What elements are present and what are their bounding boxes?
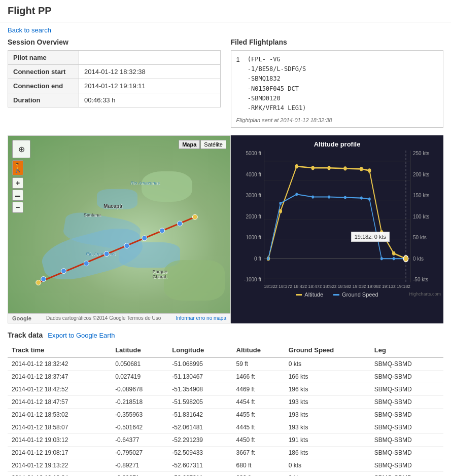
map-report-error[interactable]: Informar erro no mapa [176,315,227,321]
col-longitude: Longitude [168,343,232,357]
back-to-search-link[interactable]: Back to search [8,26,51,34]
cell-lon: -52.607311 [168,459,232,472]
y-label-neg50kts: -50 kts [413,277,428,282]
legend-speed-label: Ground Speed [342,291,378,298]
cell-lon: -52.061481 [168,421,232,434]
filed-flightplans: Filed Flightplans 1 (FPL- -VG -1/BE58/L-… [231,38,444,128]
map-zoom-mid-button[interactable]: ▬ [12,190,23,201]
map-footer: Google Dados cartográficos ©2014 Google … [8,313,230,323]
y-label-3000: 3000 ft [246,193,261,198]
chart-area: 5000 ft 4000 ft 3000 ft 2000 ft 1000 ft … [236,151,438,282]
map-zoom-in-button[interactable]: + [12,177,23,189]
cell-lon: -51.831642 [168,409,232,421]
map-nav-button[interactable]: ⊕ [12,140,30,158]
svg-point-24 [360,167,363,171]
map-street-view-button[interactable]: 🚶 [12,160,23,175]
flightplan-box: 1 (FPL- -VG -1/BE58/L-SDFG/S -SBMQ1832 -… [231,50,444,128]
y-label-100kts: 100 kts [413,214,429,219]
map-type-mapa[interactable]: Mapa [179,140,200,149]
flightplan-line: -N0150F045 DCT [248,84,306,94]
flightplan-sent-text: Flightplan sent at 2014-01-12 18:32:38 [236,117,438,123]
map-background: Macapá Santana Rio Amazonas Rio Amazonas… [8,136,230,313]
cell-speed: 193 kts [285,396,370,409]
cell-leg: SBMQ-SBMD [370,396,443,409]
chart-legend: Altitude Ground Speed [236,289,438,300]
cell-alt: 1466 ft [232,371,285,383]
table-row: 2014-01-12 19:08:17 -0.795027 -52.509433… [8,447,443,459]
chart-tooltip: 19:18z: 0 kts [351,232,390,242]
track-section: Track data Export to Google Earth Track … [8,331,443,476]
cell-lat: -0.64377 [111,434,168,447]
track-table: Track time Latitude Longitude Altitude G… [8,343,443,476]
table-row: Pilot name [8,51,221,65]
connection-end-value: 2014-01-12 19:19:11 [79,79,221,93]
svg-point-1 [192,214,197,219]
cell-time: 2014-01-12 18:42:52 [8,383,111,396]
flightplan-row: 1 (FPL- -VG -1/BE58/L-SDFG/S -SBMQ1832 -… [236,55,438,113]
cell-leg: SBMQ-SBMD [370,434,443,447]
export-to-google-earth-link[interactable]: Export to Google Earth [48,332,115,339]
svg-point-27 [392,251,395,255]
cell-time: 2014-01-12 18:53:02 [8,409,111,421]
table-row: Connection start 2014-01-12 18:32:38 [8,65,221,79]
cell-lon: -51.130467 [168,371,232,383]
y-label-neg1000: -1000 ft [244,277,261,282]
map-inner[interactable]: Macapá Santana Rio Amazonas Rio Amazonas… [8,136,230,313]
svg-point-2 [177,221,182,226]
filed-flightplans-title: Filed Flightplans [231,38,444,46]
legend-speed-line [333,294,339,296]
map-type-satelite[interactable]: Satélite [200,140,226,149]
cell-alt: 4450 ft [232,434,285,447]
cell-lat: 0.027419 [111,371,168,383]
legend-ground-speed: Ground Speed [333,291,378,298]
map-chart-section: Macapá Santana Rio Amazonas Rio Amazonas… [8,135,443,323]
flightplan-line: -1/BE58/L-SDFG/S [248,64,306,74]
y-label-4000: 4000 ft [246,172,261,177]
altitude-chart-container: Altitude profile 5000 ft 4000 ft 3000 ft… [231,135,443,323]
cell-lon: -51.598205 [168,396,232,409]
legend-altitude-line [296,294,302,296]
cell-lat: -0.89271 [111,459,168,472]
cell-time: 2014-01-12 18:47:57 [8,396,111,409]
cell-alt: 4445 ft [232,421,285,434]
map-copyright: Dados cartográficos ©2014 Google Termos … [46,315,161,321]
duration-value: 00:46:33 h [79,93,221,107]
chart-title: Altitude profile [236,140,438,148]
cell-lat: 0.050681 [111,357,168,371]
cell-lat: -0.089678 [111,383,168,396]
x-axis: 18:32z 18:37z 18:42z 18:47z 18:52z 18:58… [236,284,410,289]
flightplan-line: -SBMQ1832 [248,74,306,84]
flightplan-line: -SBMD0120 [248,94,306,103]
x-label-3: 18:47z [308,284,322,289]
cell-speed: 0 kts [285,357,370,371]
y-label-0: 0 ft [254,256,261,262]
svg-point-38 [393,257,395,260]
cell-speed: 193 kts [285,421,370,434]
map-type-buttons: Mapa Satélite [179,140,226,149]
google-logo: Google [12,315,31,321]
x-label-8: 19:13z [382,284,396,289]
x-label-6: 19:03z [353,284,366,289]
svg-point-23 [343,166,346,170]
legend-altitude: Altitude [296,291,323,298]
cell-speed: 0 kts [285,472,370,476]
y-axis-right: 250 kts 200 kts 150 kts 100 kts 50 kts 0… [410,151,438,282]
svg-point-25 [368,168,371,172]
svg-point-29 [267,257,270,260]
duration-label: Duration [8,93,79,107]
cell-time: 2014-01-12 19:03:12 [8,434,111,447]
legend-altitude-label: Altitude [304,291,323,298]
page-title: Flight PP [8,5,443,17]
col-track-time: Track time [8,343,111,357]
col-ground-speed: Ground Speed [285,343,370,357]
cell-time: 2014-01-12 19:13:22 [8,459,111,472]
svg-point-6 [104,251,109,257]
connection-start-value: 2014-01-12 18:32:38 [79,65,221,79]
table-row: Duration 00:46:33 h [8,93,221,107]
connection-start-label: Connection start [8,65,79,79]
map-zoom-out-button[interactable]: − [12,202,23,213]
cell-leg: SBMQ-SBMD [370,421,443,434]
page-header: Flight PP [0,0,451,22]
x-label-1: 18:37z [279,284,292,289]
cell-leg: SBMQ-SBMD [370,447,443,459]
